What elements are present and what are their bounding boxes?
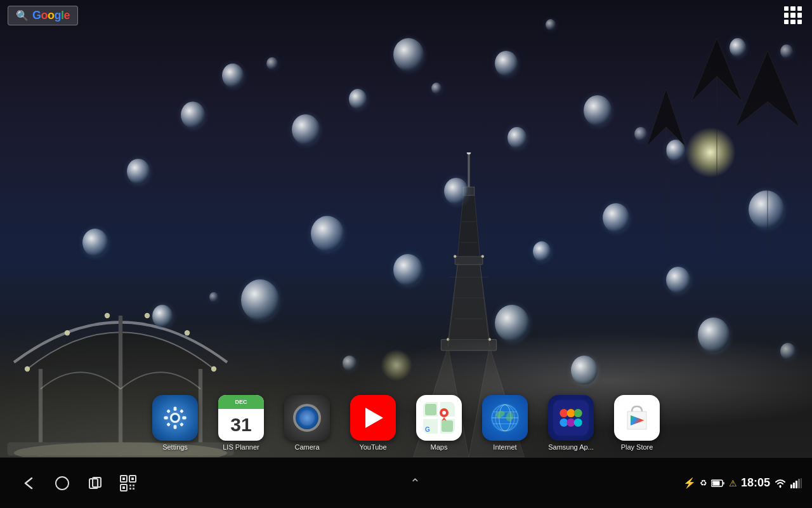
raindrop [127,159,150,184]
camera-label: Camera [294,443,319,451]
youtube-icon [350,395,396,441]
svg-rect-81 [790,485,792,488]
app-settings[interactable]: Settings [147,395,203,451]
calendar-month: DEC [235,399,247,405]
grid-dot [784,6,789,11]
internet-icon [482,395,528,441]
calendar-label: LIS Planner [223,443,259,451]
camera-icon [284,395,330,441]
svg-point-57 [566,409,575,417]
app-maps[interactable]: G Maps [411,395,467,451]
home-button[interactable] [52,473,72,493]
signal-icon [790,478,802,488]
taskbar: ⌃ ⚡ ♻ ! ⚠ 18:05 [0,457,812,508]
up-chevron-icon[interactable]: ⌃ [410,476,421,491]
grid-dot [790,13,795,17]
raindrop [241,279,279,321]
svg-rect-55 [553,400,589,436]
back-button[interactable] [19,473,39,493]
raindrop [292,114,320,145]
svg-point-58 [574,409,582,417]
settings-icon [152,395,198,441]
maps-label: Maps [431,443,448,451]
raindrop [343,356,357,371]
home-icon [53,474,71,492]
app-playstore[interactable]: Play Store [609,395,665,451]
raindrop [495,51,518,76]
raindrop [393,254,422,286]
google-search-bar[interactable]: 🔍 Google [8,6,78,25]
svg-point-63 [56,477,69,490]
battery-icon: ! [711,479,725,487]
google-logo: Google [32,9,70,22]
apps-grid-button[interactable] [782,4,804,27]
camera-inner-lens [299,410,315,425]
raindrop [222,64,244,88]
app-samsung[interactable]: Samsung Ap... [543,395,599,451]
internet-globe-icon [487,400,523,436]
grid-dot [784,13,789,17]
raindrop [571,356,598,385]
maps-svg-icon: G [420,399,458,437]
grid-dot [784,20,789,24]
raindrop [311,216,344,251]
trees-silhouette [634,0,812,254]
status-bar-right: ⚡ ♻ ! ⚠ 18:05 [673,476,812,490]
samsung-icon [548,395,594,441]
raindrop [431,83,442,94]
svg-rect-85 [801,478,802,488]
svg-rect-83 [796,481,797,488]
svg-rect-33 [166,409,171,413]
usb-icon: ⚡ [683,477,696,489]
calendar-icon: DEC 31 [218,395,264,441]
app-internet[interactable]: Internet [477,395,533,451]
internet-label: Internet [493,443,516,451]
calendar-day-number: 31 [230,415,251,434]
raindrop [349,89,367,109]
calendar-header: DEC [218,395,264,409]
svg-rect-36 [180,422,184,427]
svg-rect-69 [122,478,125,480]
warning-icon: ⚠ [729,478,737,488]
raindrop [698,318,730,352]
svg-point-44 [442,411,446,415]
raindrop [82,229,108,257]
app-camera[interactable]: Camera [279,395,335,451]
calendar-body: 31 [230,409,251,441]
maps-icon: G [416,395,462,441]
settings-label: Settings [162,443,188,451]
svg-point-4 [467,152,471,154]
settings-gear-icon [160,403,190,433]
playstore-icon [614,395,660,441]
grid-dot [797,6,802,11]
raindrop [584,95,612,126]
svg-rect-29 [174,406,177,410]
samsung-apps-icon [553,400,589,436]
svg-rect-70 [131,478,134,480]
svg-rect-31 [164,417,167,420]
playstore-svg-icon [618,399,656,437]
recent-apps-button[interactable] [85,473,105,493]
top-bar: 🔍 Google [0,0,812,30]
raindrop [393,38,424,71]
svg-rect-75 [133,488,134,490]
svg-point-8 [481,255,484,257]
svg-rect-1 [455,257,483,265]
samsung-label: Samsung Ap... [548,443,594,451]
svg-rect-71 [122,486,125,489]
app-dock: Settings DEC 31 LIS Planner Camera YouTu… [0,395,812,457]
svg-rect-41 [425,404,436,415]
app-calendar[interactable]: DEC 31 LIS Planner [213,395,269,451]
camera-lens [293,404,321,432]
svg-rect-35 [166,422,171,427]
raindrop [209,292,218,302]
raindrop [266,57,278,70]
app-youtube[interactable]: YouTube [345,395,401,451]
svg-rect-77 [723,482,724,485]
svg-rect-82 [793,483,795,488]
recent-apps-icon [86,474,104,492]
svg-point-59 [560,418,568,427]
screenshot-button[interactable] [118,473,138,493]
grid-dot [797,20,802,24]
svg-rect-42 [442,420,453,432]
